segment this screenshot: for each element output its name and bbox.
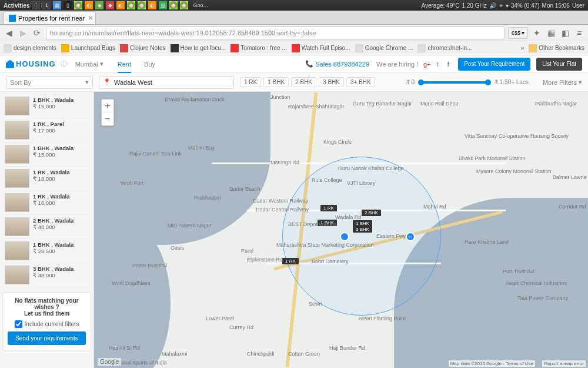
taskbar-app-11[interactable]: ◐ — [148, 1, 156, 9]
post-requirement-button[interactable]: Post Your Requirement — [458, 58, 530, 71]
app-grid-icon[interactable]: ⋮⋮⋮ — [32, 1, 40, 9]
other-bookmarks[interactable]: Other Bookmarks — [529, 44, 584, 52]
user-menu[interactable]: User — [572, 2, 584, 9]
bookmark-item[interactable]: design elements — [4, 44, 56, 52]
twitter-icon[interactable]: t — [433, 60, 442, 68]
taskbar-app-6[interactable]: ◆ — [95, 1, 103, 9]
listing-card[interactable]: 1 RK , Wadala₹ 16,000 — [2, 167, 91, 191]
bookmark-item[interactable]: chrome://net-in... — [417, 44, 472, 52]
ext-icon-2[interactable]: ▦ — [546, 28, 556, 38]
taskbar-firefox-icon[interactable]: ◐ — [85, 1, 93, 9]
taskbar-terminal-icon[interactable]: ▯ — [64, 1, 72, 9]
sort-dropdown[interactable]: Sort By▾ — [6, 76, 93, 89]
clock[interactable]: Mon 15:06 — [542, 2, 570, 9]
zoom-in-button[interactable]: + — [102, 100, 113, 112]
menu-icon[interactable]: ≡ — [574, 28, 584, 38]
map-place-label: Prabhudha Nagar — [535, 101, 577, 107]
bookmark-item[interactable]: Tomatoro : free ... — [230, 44, 286, 52]
wifi-icon[interactable]: ▾ — [506, 2, 509, 9]
bookmark-item[interactable]: Google Chrome ... — [355, 44, 413, 52]
map-canvas[interactable]: ↔ 1 RK 1 BHK 2 BHK 1 BHK 3 BHK 1 RK Drav… — [94, 92, 588, 368]
bookmark-overflow-icon[interactable]: » — [521, 45, 524, 51]
gplus-icon[interactable]: g+ — [423, 60, 431, 68]
taskbar-app-10[interactable]: ◉ — [138, 1, 146, 9]
listings-sidebar[interactable]: 1 BHK , Wadala₹ 15,0001 RK , Parel₹ 17,0… — [0, 92, 94, 368]
ext-icon-1[interactable]: ✦ — [532, 28, 542, 38]
listing-card[interactable]: 1 BHK , Wadala₹ 15,000 — [2, 142, 91, 167]
zoom-out-button[interactable]: − — [102, 112, 113, 125]
map-place-label: Kings Circle — [323, 139, 352, 145]
taskbar-app-8[interactable]: ◐ — [116, 1, 125, 9]
bhk-chip[interactable]: 1 BHK — [263, 77, 289, 87]
report-map-error[interactable]: Report a map error — [542, 360, 586, 367]
back-icon[interactable]: ◀ — [4, 28, 14, 38]
tab-rent[interactable]: Rent — [118, 61, 131, 73]
listing-price: ₹ 16,000 — [33, 175, 69, 182]
favicon-icon — [230, 44, 239, 52]
listing-card[interactable]: 1 RK , Parel₹ 17,000 — [2, 118, 91, 142]
css-ext-button[interactable]: css▾ — [508, 27, 528, 39]
map-marker[interactable]: 2 BHK — [362, 210, 381, 216]
bookmark-item[interactable]: Clojure Notes — [120, 44, 166, 52]
listing-card[interactable]: 1 BHK , Wadala₹ 29,500 — [2, 239, 91, 263]
tab-buy[interactable]: Buy — [144, 61, 155, 68]
hiring-link[interactable]: We are hiring ! — [376, 61, 418, 68]
ext-icon-3[interactable]: ◧ — [560, 28, 570, 38]
map-marker[interactable]: 1 RK — [282, 258, 299, 264]
send-requirements-button[interactable]: Send your requirements — [8, 331, 86, 345]
taskbar-app-13[interactable]: ◉ — [169, 1, 178, 9]
taskbar-app-14[interactable]: ◉ — [180, 1, 188, 9]
info-icon[interactable]: ⓘ — [61, 59, 67, 68]
housing-logo[interactable]: HOUSING — [6, 59, 56, 68]
bhk-chip[interactable]: 1 RK — [240, 77, 261, 87]
map-center-pin[interactable] — [340, 232, 349, 241]
listing-card[interactable]: 1 RK , Wadala₹ 16,000 — [2, 191, 91, 215]
url-input[interactable]: housing.co.in/mumbai/rent/flats-near=wad… — [46, 26, 505, 39]
listing-card[interactable]: 1 BHK , Wadala₹ 15,000 — [2, 94, 91, 118]
location-search[interactable]: 📍 Wadala West — [99, 76, 234, 89]
map-marker[interactable]: 1 RK — [320, 205, 337, 211]
favicon-icon — [292, 44, 300, 52]
volume-icon[interactable]: 🔊 — [489, 2, 496, 9]
facebook-icon[interactable]: f — [444, 60, 452, 68]
bhk-chip[interactable]: 3 BHK — [319, 77, 344, 87]
location-pin-icon: 📍 — [103, 78, 111, 86]
taskbar-app-12[interactable]: ▧ — [159, 1, 167, 9]
list-flat-button[interactable]: List Your Flat — [536, 58, 582, 71]
bookmark-item[interactable]: Watch Full Episo... — [292, 44, 350, 52]
bookmark-item[interactable]: How to get focu... — [171, 44, 226, 52]
listing-card[interactable]: 3 BHK , Wadala₹ 48,000 — [2, 263, 91, 287]
taskbar-chrome-icon[interactable]: ◉ — [74, 1, 82, 9]
browser-tab[interactable]: Properties for rent near ✕ — [4, 11, 96, 24]
taskbar-app-7[interactable]: ◆ — [106, 1, 114, 9]
bhk-chip[interactable]: 2 BHK — [291, 77, 316, 87]
listing-card[interactable]: 2 BHK , Wadala₹ 48,000 — [2, 215, 91, 239]
taskbar-app-9[interactable]: ◉ — [127, 1, 135, 9]
price-slider-group: ₹ 0 ₹ 1.50+ Lacs — [406, 79, 529, 85]
listing-thumb — [5, 145, 29, 164]
activities-label[interactable]: Activities — [4, 2, 29, 9]
city-selector[interactable]: Mumbai▾ — [75, 60, 103, 68]
housing-logo-text: HOUSING — [16, 59, 56, 68]
reload-icon[interactable]: ⟳ — [32, 28, 42, 38]
include-filters-checkbox[interactable]: Include current filters — [8, 320, 86, 328]
listing-title: 1 BHK , Wadala — [33, 97, 74, 103]
sales-phone[interactable]: 📞 Sales 8879384229 — [305, 60, 369, 68]
bluetooth-icon[interactable]: ⚭ — [499, 2, 503, 9]
wishbox: No flats matching your wishes ?Let us fi… — [2, 292, 91, 350]
map-place-label: Sewri — [309, 301, 322, 307]
map-marker[interactable]: 3 BHK — [353, 226, 372, 233]
checkbox-input[interactable] — [15, 320, 22, 328]
taskbar-app-2[interactable]: ▦ — [53, 1, 61, 9]
more-filters[interactable]: More Filters▾ — [543, 78, 582, 86]
tab-close-icon[interactable]: ✕ — [88, 15, 93, 21]
map-radius-handle[interactable]: ↔ — [406, 232, 415, 241]
bookmark-item[interactable]: Launchpad Bugs — [61, 44, 115, 52]
tab-title: Properties for rent near — [18, 15, 85, 22]
map-place-label: Hare Krishna Land — [465, 239, 509, 245]
listing-title: 3 BHK , Wadala — [33, 266, 74, 272]
price-slider[interactable] — [419, 81, 490, 84]
bhk-chip[interactable]: 3+ BHK — [346, 77, 375, 87]
battery-indicator: 34% (0:47) — [511, 2, 540, 9]
taskbar-app-1[interactable]: 1 — [42, 1, 51, 9]
